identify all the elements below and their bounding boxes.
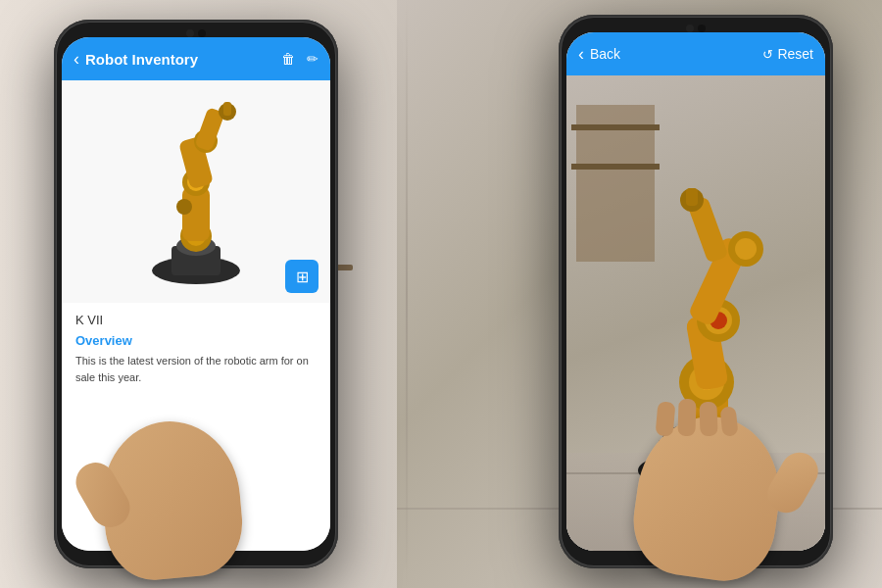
right-phone: ‹ Back ↺ Reset — [559, 15, 833, 568]
nav-title: Robot Inventory — [85, 51, 281, 68]
ar-view-button[interactable]: ⊞ — [285, 260, 318, 293]
product-name: K VII — [75, 313, 317, 327]
edit-icon[interactable]: ✏ — [307, 51, 318, 67]
ar-back-chevron: ‹ — [578, 44, 584, 65]
nav-action-icons: 🗑 ✏ — [281, 51, 318, 67]
ar-shelf-plank — [571, 124, 660, 130]
ar-reset-button[interactable]: Reset — [777, 46, 813, 62]
svg-point-14 — [176, 199, 192, 215]
ar-shelf-plank-2 — [571, 164, 660, 170]
right-hand — [637, 416, 794, 588]
left-nav-bar: ‹ Robot Inventory 🗑 ✏ — [62, 37, 330, 80]
overview-description: This is the latest version of the roboti… — [75, 353, 317, 385]
right-phone-cameras — [686, 24, 706, 32]
left-phone-cameras — [186, 29, 206, 37]
robot-image-container: ⊞ — [62, 80, 330, 303]
ar-icon: ⊞ — [296, 268, 309, 286]
robot-arm-image-small — [118, 94, 274, 290]
ar-nav-bar: ‹ Back ↺ Reset — [566, 32, 825, 75]
svg-rect-31 — [686, 188, 698, 206]
left-hand — [103, 421, 260, 588]
ar-back-button[interactable]: Back — [590, 46, 762, 62]
left-phone: ‹ Robot Inventory 🗑 ✏ — [54, 20, 338, 568]
scene-divider — [406, 0, 408, 588]
svg-point-28 — [735, 238, 757, 260]
delete-icon[interactable]: 🗑 — [281, 51, 295, 67]
back-button[interactable]: ‹ — [74, 49, 79, 70]
ar-reset-icon: ↺ — [762, 47, 773, 62]
overview-heading: Overview — [75, 333, 317, 348]
svg-rect-13 — [223, 102, 231, 116]
